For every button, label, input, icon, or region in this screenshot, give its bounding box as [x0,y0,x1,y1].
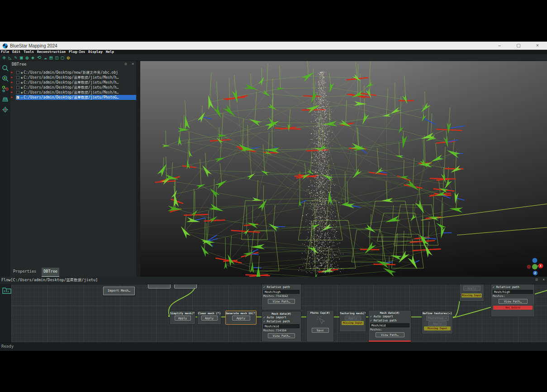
checkbox-auto-import[interactable]: ✓ Auto import [370,315,393,319]
tree-checkbox[interactable] [16,76,19,79]
path-input[interactable]: Mesh/mid [370,323,409,327]
tree-item[interactable]: ▶◉C:/Users/admin/Desktop/蓝星数据/jietu/Mesh… [10,75,136,80]
checkbox-relative-path[interactable]: ✓ Relative path [263,320,290,324]
path-input[interactable]: Mesh/mid [263,324,300,328]
tree-item[interactable]: ▶◉C:/Users/admin/Desktop/蓝星数据/jietu/Mesh… [10,80,136,85]
expand-arrow-icon[interactable]: ▶ [11,70,13,75]
menu-item-edit[interactable]: Edit [12,50,20,54]
rebuild-icon[interactable]: ⟲ [37,55,41,61]
tree-item[interactable]: ▶◉C:/Users/admin/Desktop/new/新建文件夹/abc.o… [10,70,136,75]
layers-icon[interactable]: ▤ [50,55,53,61]
menu-item-plug-ins[interactable]: Plug-Ins [69,50,85,54]
expand-arrow-icon[interactable]: ▶ [11,75,13,80]
flow-node-refine-textures[interactable]: Refine textures(→)PhotoShop ▾ApplyMissin… [422,311,453,334]
flow-node-generate-mesh-uv[interactable]: Generate mesh UV(*)Apply [225,311,257,325]
close-button[interactable]: × [528,42,547,50]
tree-item[interactable]: ▶▭C:/Users/admin/Desktop/蓝星数据/jietu/Phot… [10,95,136,100]
zoom-icon[interactable] [2,65,9,71]
view-path-button[interactable]: View Path… [268,333,295,338]
expand-arrow-icon[interactable]: ▶ [11,95,13,100]
tab-properties[interactable]: Properties [11,268,38,277]
menu-item-tools[interactable]: Tools [24,50,34,54]
checkbox-relative-path[interactable]: ✓ Relative path [493,285,519,289]
checkbox-relative-path[interactable]: ✓ Relative path [263,285,290,289]
tree-item[interactable]: ▶◉C:/Users/admin/Desktop/蓝星数据/jietu/Mesh… [10,85,136,90]
node-link-icon[interactable] [2,85,9,92]
menu-item-help[interactable]: Help [106,50,114,54]
mesh-cube-icon[interactable]: ◈ [31,55,34,61]
tab-dbtree[interactable]: DBTree [42,268,59,277]
flow-node-simplify-mesh[interactable]: Simplify mesh(*)Apply [170,311,195,325]
tree-checkbox[interactable] [16,91,19,94]
apply-button[interactable]: Apply [201,316,218,321]
pen-tool-icon[interactable]: ✎ [14,55,17,61]
expand-arrow-icon[interactable]: ▶ [11,90,13,95]
flow-node-mesh-data-2[interactable]: Mesh data(#)✓ Auto import✓ Relative path… [368,310,411,342]
cube-icon[interactable]: ▢ [61,55,64,61]
menu-item-display[interactable]: Display [88,50,103,54]
mesh-grid-icon[interactable] [2,96,9,103]
viewport-3d[interactable] [140,61,547,277]
flow-node-mesh-data-not-exists[interactable]: ✓ Relative pathMesh/highMeshes:View Path… [491,284,535,317]
flow-folder-icon[interactable] [2,287,11,294]
view-path-button[interactable]: View Path… [376,332,404,337]
partial-button-1[interactable] [148,284,171,288]
render-globe-icon[interactable]: ⊕ [3,55,6,61]
expand-arrow-icon[interactable]: ▶ [11,85,13,90]
node-icon: ◉ [21,71,23,75]
tree-item-path: C:/Users/admin/Desktop/蓝星数据/jietu/PhotoG… [24,95,119,100]
main-area: DBTree ⊡ × ▶◉C:/Users/admin/Desktop/new/… [0,61,547,277]
tree-checkbox[interactable] [16,96,19,99]
side-toolbar [0,61,10,277]
flow-node-title: Refine textures(→) [422,312,452,315]
meshes-count-label: Meshes:734304 [262,329,301,333]
save-button[interactable]: Save [312,328,329,333]
view-path-button[interactable]: View Path… [268,299,295,304]
camera-icon[interactable]: ◫ [55,55,58,61]
checkbox-relative-path[interactable]: ✓ Relative path [370,319,397,323]
tree-checkbox[interactable] [16,81,19,84]
tree-item[interactable]: ▶◉C:/Users/admin/Desktop/蓝星数据/jietu/Mesh… [10,90,136,95]
crop-polygon-icon[interactable]: ◺ [9,55,12,61]
apply-button[interactable]: Apply [345,316,361,321]
flow-node-title: Clean mesh (*) [198,312,221,315]
not-exists-bar [369,340,411,342]
apply-button[interactable]: Apply [428,321,447,326]
status-text: Ready [1,344,14,349]
plugin-shield-icon[interactable]: ✪ [67,55,70,61]
dbtree-panel-icons[interactable]: ⊡ × [125,62,135,66]
flow-node-partial-apply-node[interactable]: ApplyMissing Input [459,284,484,302]
zoom-select-icon[interactable] [2,75,9,82]
checkbox-auto-import[interactable]: ✓ Auto import [263,316,286,320]
photoshop-button[interactable]: PhotoShop ▾ [426,316,449,321]
tree-checkbox[interactable] [16,86,19,89]
uv-sphere-icon[interactable]: ◍ [26,55,29,61]
flow-canvas[interactable]: Import Mesh…Simplify mesh(*)ApplyClean m… [11,284,547,342]
title-bar[interactable]: BlueStar Mapping 2024 – ▢ × [0,42,547,50]
flow-panel-icons[interactable]: ⊡ × [536,278,546,282]
tree-checkbox[interactable] [16,71,19,74]
flow-node-photo-copy[interactable]: Photo Cup(#)Save [306,310,334,342]
flow-panel-title: Flow[C:/Users/admin/Desktop/蓝星数据/jietu] [1,278,98,283]
expand-arrow-icon[interactable]: ▶ [11,80,13,85]
path-input[interactable]: Mesh/high [263,290,300,294]
menu-item-reconstruction[interactable]: Reconstruction [37,50,66,54]
image-icon[interactable]: ▣ [20,55,23,61]
path-input[interactable]: Mesh/high [493,290,533,294]
flow-node-clean-mesh[interactable]: Clean mesh (*)Apply [197,311,221,325]
apply-button[interactable]: Apply [232,316,250,321]
view-path-button[interactable]: View Path… [499,299,528,304]
partial-button-2[interactable] [174,284,197,288]
cloud-icon[interactable]: ☁ [44,55,47,61]
locate-icon[interactable] [2,106,9,113]
import-mesh-button[interactable]: Import Mesh… [103,287,135,295]
minimize-button[interactable]: – [490,42,509,50]
apply-button[interactable]: Apply [175,316,191,321]
flow-node-texturing-mesh[interactable]: Texturing mesh(*)ApplyMissing Input [339,311,366,332]
viewport-scene-canvas[interactable] [140,61,547,277]
menu-item-file[interactable]: File [1,50,9,54]
maximize-button[interactable]: ▢ [509,42,528,50]
flow-node-mesh-data-mid[interactable]: Mesh data(#)✓ Auto import✓ Relative path… [262,311,301,342]
apply-button[interactable]: Apply [463,286,480,291]
flow-node-mesh-data-high[interactable]: ✓ Relative pathMesh/highMeshes:7343042Vi… [262,284,301,310]
